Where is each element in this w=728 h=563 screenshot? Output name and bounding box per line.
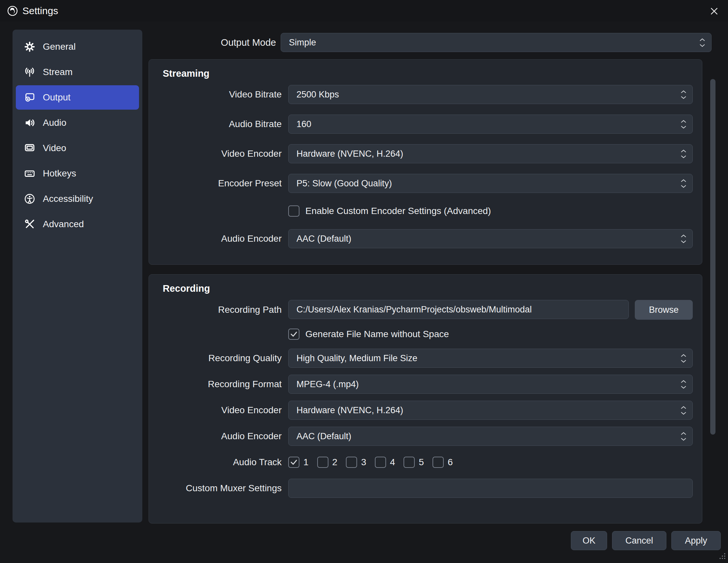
audio-track-4: 4	[375, 457, 395, 468]
video-bitrate-spinbox[interactable]: 2500 Kbps	[288, 85, 693, 104]
spinner-arrows-icon[interactable]	[679, 115, 688, 133]
audio-track-number: 3	[361, 457, 366, 467]
sidebar-item-video[interactable]: Video	[16, 136, 139, 160]
generate-filename-checkbox[interactable]	[288, 328, 299, 340]
video-bitrate-row: Video Bitrate 2500 Kbps	[158, 85, 693, 104]
encoder-preset-select[interactable]: P5: Slow (Good Quality)	[288, 174, 693, 193]
spinner-arrows-icon[interactable]	[679, 230, 688, 248]
accessibility-icon	[24, 193, 36, 205]
recording-path-input[interactable]: C:/Users/Alex Kranias/PycharmProjects/ob…	[288, 300, 629, 319]
recording-quality-select[interactable]: High Quality, Medium File Size	[288, 349, 693, 368]
spinner-arrows-icon[interactable]	[679, 427, 688, 445]
audio-track-3: 3	[346, 457, 366, 468]
recording-video-encoder-select[interactable]: Hardware (NVENC, H.264)	[288, 401, 693, 420]
audio-bitrate-select[interactable]: 160	[288, 115, 693, 134]
gear-icon	[24, 41, 36, 53]
sidebar-item-label: Hotkeys	[43, 168, 76, 179]
sidebar-item-label: Output	[43, 92, 70, 103]
display-icon	[24, 142, 36, 154]
broadcast-icon	[24, 66, 36, 78]
audio-encoder-select[interactable]: AAC (Default)	[288, 229, 693, 248]
recording-format-label: Recording Format	[158, 379, 282, 389]
audio-bitrate-row: Audio Bitrate 160	[158, 115, 693, 134]
custom-muxer-label: Custom Muxer Settings	[158, 483, 282, 493]
sidebar-item-label: Audio	[43, 118, 67, 128]
audio-track-6-checkbox[interactable]	[433, 457, 444, 468]
audio-track-1-checkbox[interactable]	[288, 457, 299, 468]
output-mode-select[interactable]: Simple	[281, 33, 712, 52]
encoder-preset-label: Encoder Preset	[158, 178, 282, 189]
audio-encoder-value: AAC (Default)	[296, 234, 351, 244]
encoder-preset-value: P5: Slow (Good Quality)	[296, 179, 392, 189]
encoder-preset-row: Encoder Preset P5: Slow (Good Quality)	[158, 174, 693, 193]
ok-button[interactable]: OK	[571, 531, 607, 550]
spinner-arrows-icon[interactable]	[679, 145, 688, 163]
spinner-arrows-icon[interactable]	[698, 33, 707, 52]
window-title: Settings	[22, 5, 58, 16]
sidebar-item-label: Accessibility	[43, 194, 93, 204]
recording-audio-encoder-select[interactable]: AAC (Default)	[288, 427, 693, 446]
sidebar-item-label: Stream	[43, 67, 72, 77]
sidebar-item-accessibility[interactable]: Accessibility	[16, 187, 139, 211]
recording-format-select[interactable]: MPEG-4 (.mp4)	[288, 375, 693, 394]
sidebar-item-general[interactable]: General	[16, 35, 139, 59]
close-button[interactable]	[707, 4, 721, 18]
check-icon	[290, 330, 298, 338]
spinner-arrows-icon[interactable]	[679, 349, 688, 367]
video-bitrate-label: Video Bitrate	[158, 89, 282, 100]
titlebar: Settings	[0, 0, 728, 22]
generate-filename-row: Generate File Name without Space	[288, 326, 693, 342]
video-encoder-label: Video Encoder	[158, 405, 282, 415]
sidebar-item-hotkeys[interactable]: Hotkeys	[16, 161, 139, 186]
audio-track-number: 2	[332, 457, 338, 467]
audio-track-5-checkbox[interactable]	[404, 457, 415, 468]
streaming-section-title: Streaming	[163, 68, 693, 79]
sidebar-item-output[interactable]: Output	[16, 85, 139, 110]
video-encoder-label: Video Encoder	[158, 149, 282, 159]
custom-encoder-settings-row: Enable Custom Encoder Settings (Advanced…	[288, 204, 693, 219]
audio-track-4-checkbox[interactable]	[375, 457, 386, 468]
check-icon	[290, 458, 298, 466]
video-encoder-row: Video Encoder Hardware (NVENC, H.264)	[158, 144, 693, 163]
browse-button[interactable]: Browse	[635, 300, 693, 320]
spinner-arrows-icon[interactable]	[679, 85, 688, 104]
audio-track-number: 5	[419, 457, 424, 467]
recording-path-value: C:/Users/Alex Kranias/PycharmProjects/ob…	[296, 304, 532, 315]
sidebar-item-advanced[interactable]: Advanced	[16, 212, 139, 237]
cancel-button[interactable]: Cancel	[612, 531, 666, 550]
audio-bitrate-value: 160	[296, 119, 311, 129]
video-bitrate-value: 2500 Kbps	[296, 90, 339, 100]
video-encoder-value: Hardware (NVENC, H.264)	[296, 149, 403, 159]
sidebar-item-stream[interactable]: Stream	[16, 60, 139, 84]
audio-track-label: Audio Track	[158, 457, 282, 467]
recording-path-row: Recording Path C:/Users/Alex Kranias/Pyc…	[158, 300, 693, 320]
audio-track-3-checkbox[interactable]	[346, 457, 357, 468]
audio-track-number: 1	[303, 457, 309, 467]
audio-track-2: 2	[317, 457, 338, 468]
close-icon	[710, 7, 718, 15]
recording-format-row: Recording Format MPEG-4 (.mp4)	[158, 375, 693, 394]
obs-logo-icon	[7, 5, 18, 17]
recording-quality-row: Recording Quality High Quality, Medium F…	[158, 349, 693, 368]
spinner-arrows-icon[interactable]	[679, 401, 688, 419]
generate-filename-label: Generate File Name without Space	[305, 329, 449, 339]
custom-encoder-settings-label: Enable Custom Encoder Settings (Advanced…	[305, 206, 491, 216]
sidebar-item-label: General	[43, 42, 76, 52]
sidebar-item-audio[interactable]: Audio	[16, 111, 139, 135]
audio-track-number: 4	[390, 457, 395, 467]
video-encoder-value: Hardware (NVENC, H.264)	[296, 405, 403, 415]
video-encoder-select[interactable]: Hardware (NVENC, H.264)	[288, 144, 693, 163]
spinner-arrows-icon[interactable]	[679, 174, 688, 193]
audio-track-2-checkbox[interactable]	[317, 457, 328, 468]
vertical-scrollbar[interactable]	[710, 79, 715, 435]
custom-encoder-settings-checkbox[interactable]	[288, 206, 299, 217]
apply-button[interactable]: Apply	[671, 531, 721, 550]
resize-grip-icon[interactable]	[719, 552, 726, 561]
spinner-arrows-icon[interactable]	[679, 375, 688, 393]
sidebar-item-label: Video	[43, 143, 66, 154]
custom-muxer-input[interactable]	[288, 479, 693, 498]
output-mode-value: Simple	[289, 38, 316, 48]
settings-window: Settings General	[0, 0, 728, 563]
audio-encoder-value: AAC (Default)	[296, 431, 351, 441]
sidebar-item-label: Advanced	[43, 219, 84, 230]
